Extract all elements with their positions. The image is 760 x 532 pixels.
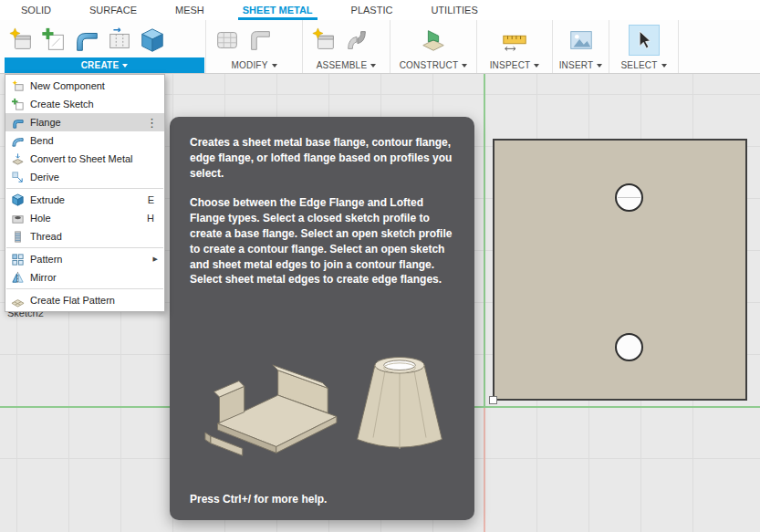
tab-surface[interactable]: SURFACE (70, 0, 156, 20)
menu-item-hole[interactable]: Hole H (5, 209, 164, 227)
chevron-down-icon (272, 64, 277, 68)
construct-group-icons (390, 20, 476, 57)
unfold-icon[interactable] (106, 26, 133, 54)
flange-tool-icon[interactable] (73, 26, 100, 54)
create-sketch-icon[interactable] (40, 26, 68, 54)
part-hole-top[interactable] (615, 183, 643, 212)
sheet-metal-part[interactable] (493, 139, 747, 401)
tab-utilities[interactable]: UTILITIES (411, 0, 496, 20)
menu-separator (6, 247, 163, 248)
tooltip-footer: Press Ctrl+/ for more help. (190, 493, 454, 509)
chevron-down-icon (597, 64, 602, 68)
menu-item-convert-to-sheet-metal[interactable]: Convert to Sheet Metal (5, 150, 164, 168)
flange-help-tooltip: Creates a sheet metal base flange, conto… (170, 117, 474, 520)
menu-item-create-flat-pattern[interactable]: Create Flat Pattern (5, 291, 164, 309)
app-window: Sketch2 e d e i SOLID SURFACE MESH SHEET… (0, 0, 760, 532)
construct-dropdown-button[interactable]: CONSTRUCT (390, 57, 476, 73)
chevron-down-icon (122, 64, 128, 68)
tab-label: PLASTIC (351, 5, 393, 16)
create-dropdown-button[interactable]: CREATE (5, 57, 204, 73)
menu-item-extrude[interactable]: Extrude E (5, 191, 164, 209)
toolbar-group-insert: INSERT (553, 20, 609, 73)
menu-item-label: Flange (30, 117, 139, 128)
tab-plastic[interactable]: PLASTIC (332, 0, 412, 20)
menu-item-label: New Component (30, 80, 160, 91)
menu-item-mirror[interactable]: Mirror (5, 268, 164, 287)
toolbar-group-create: CREATE (0, 20, 206, 73)
menu-item-label: Create Sketch (30, 99, 160, 110)
press-pull-icon[interactable] (213, 26, 241, 54)
extrude-icon (11, 193, 25, 207)
flat-pattern-icon (11, 294, 25, 308)
modify-group-icons (206, 20, 302, 57)
kebab-menu-icon[interactable]: ⋮ (144, 117, 160, 129)
part-hole-bottom[interactable] (615, 333, 643, 361)
y-axis-line (484, 74, 485, 406)
inspect-dropdown-button[interactable]: INSPECT (477, 57, 552, 73)
create-group-icons (0, 20, 205, 57)
tooltip-paragraph-2: Choose between the Edge Flange and Lofte… (190, 195, 454, 287)
sketch-origin-point[interactable] (489, 396, 497, 404)
tab-sheet-metal[interactable]: SHEET METAL (224, 0, 332, 20)
select-cursor-icon[interactable] (629, 25, 660, 56)
convert-to-sheet-metal-icon (11, 152, 25, 166)
chevron-down-icon (462, 64, 467, 68)
pattern-icon (11, 253, 25, 266)
extrude-tool-icon[interactable] (139, 26, 166, 54)
measure-icon[interactable] (501, 26, 528, 54)
tab-mesh[interactable]: MESH (156, 0, 224, 20)
tooltip-illustrations (190, 302, 454, 493)
y-axis-negative-line (484, 408, 485, 532)
menu-item-label: Extrude (30, 194, 142, 205)
toolbar-group-inspect: INSPECT (477, 20, 553, 73)
modify-dropdown-button[interactable]: MODIFY (206, 57, 302, 73)
chevron-down-icon (370, 64, 376, 68)
tab-label: MESH (175, 5, 204, 16)
construction-plane-icon[interactable] (420, 26, 447, 54)
chevron-down-icon (661, 64, 667, 68)
insert-group-icons (553, 20, 609, 57)
group-label: CONSTRUCT (400, 60, 459, 70)
tab-solid[interactable]: SOLID (2, 0, 70, 20)
tab-label: UTILITIES (431, 5, 477, 16)
menu-item-label: Bend (30, 135, 160, 146)
chevron-down-icon (534, 64, 539, 68)
menu-item-label: Mirror (30, 272, 160, 283)
menu-separator (6, 288, 163, 289)
menu-item-pattern[interactable]: Pattern ▶ (5, 250, 164, 268)
assemble-dropdown-button[interactable]: ASSEMBLE (303, 57, 390, 73)
menu-item-create-sketch[interactable]: Create Sketch (5, 95, 164, 113)
joint-icon[interactable] (343, 26, 370, 54)
new-component-icon[interactable] (7, 26, 35, 54)
toolbar-group-select: SELECT (609, 20, 679, 73)
menu-item-new-component[interactable]: New Component (5, 77, 164, 95)
group-label: INSPECT (490, 60, 531, 70)
menu-item-label: Pattern (30, 254, 148, 265)
tab-label: SURFACE (89, 5, 137, 16)
ribbon-toolbar: CREATE MODIFY (0, 20, 760, 74)
insert-dropdown-button[interactable]: INSERT (553, 57, 609, 73)
menu-item-flange[interactable]: Flange ⋮ (5, 113, 164, 131)
flange-icon (11, 116, 25, 130)
insert-image-icon[interactable] (567, 26, 595, 54)
menu-item-label: Convert to Sheet Metal (30, 153, 160, 164)
menu-item-label: Hole (30, 213, 141, 224)
menu-item-bend[interactable]: Bend (5, 131, 164, 150)
toolbar-group-assemble: ASSEMBLE (303, 20, 390, 73)
inspect-group-icons (477, 20, 552, 57)
menu-item-derive[interactable]: Derive (5, 168, 164, 186)
select-dropdown-button[interactable]: SELECT (609, 57, 678, 73)
lofted-flange-illustration (347, 331, 453, 464)
fillet-icon[interactable] (246, 26, 274, 54)
group-label: SELECT (620, 60, 657, 70)
menu-separator (6, 188, 163, 189)
active-tab-underline (238, 17, 318, 20)
menu-item-thread[interactable]: Thread (5, 227, 164, 245)
toolbar-empty-space (679, 20, 760, 73)
create-sketch-icon (11, 98, 25, 111)
group-label: INSERT (559, 60, 594, 70)
menu-item-label: Thread (30, 231, 160, 242)
assemble-new-component-icon[interactable] (310, 26, 338, 54)
grid-line-through-hole (618, 197, 640, 198)
bend-icon (11, 134, 25, 148)
